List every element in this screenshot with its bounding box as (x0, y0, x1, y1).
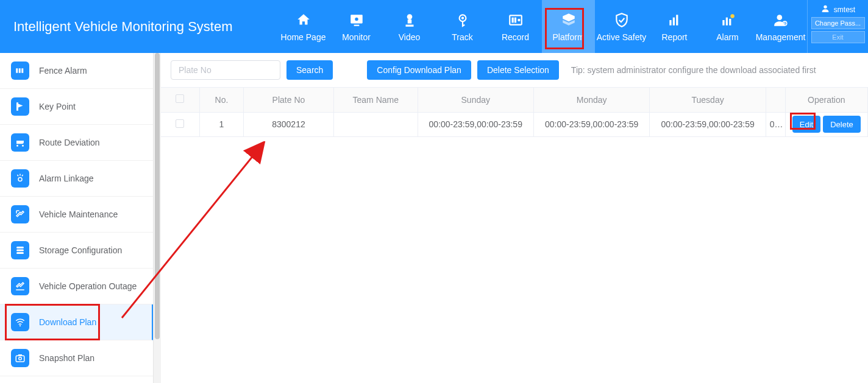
svg-rect-22 (16, 250, 24, 251)
user-icon (820, 4, 830, 15)
nav-label: Record (502, 32, 529, 42)
nav-icon (295, 12, 312, 29)
sidebar-icon (11, 277, 29, 295)
header-more (766, 88, 785, 112)
sidebar-item-fence-alarm[interactable]: Fence Alarm (0, 53, 154, 89)
table-row: 1830021200:00-23:59,00:00-23:5900:00-23:… (161, 112, 868, 136)
table-header-row: No. Plate No Team Name Sunday Monday Tue… (161, 88, 868, 112)
nav-icon (613, 12, 630, 29)
cell-plate: 8300212 (243, 112, 333, 136)
table-wrap: No. Plate No Team Name Sunday Monday Tue… (161, 87, 868, 137)
nav-label: Report (661, 32, 687, 42)
plate-no-input[interactable] (171, 60, 280, 80)
svg-point-3 (407, 14, 412, 19)
svg-rect-10 (669, 20, 671, 26)
nav-icon (454, 12, 471, 29)
header-tuesday: Tuesday (650, 88, 766, 112)
sidebar-item-storage-configuration[interactable]: Storage Configuration (0, 233, 154, 269)
nav-report[interactable]: Report (648, 0, 701, 53)
sidebar-scrollbar-track[interactable] (154, 53, 161, 383)
app-title: Intelligent Vehicle Monitoring System (0, 0, 277, 53)
change-password-button[interactable]: Change Pass... (811, 17, 865, 29)
sidebar-item-label: Alarm Linkage (39, 174, 94, 183)
sidebar-icon (11, 169, 29, 188)
svg-rect-25 (16, 356, 24, 362)
config-download-plan-button[interactable]: Config Download Plan (367, 60, 471, 80)
sidebar-item-label: Download Plan (39, 317, 96, 327)
table-body: 1830021200:00-23:59,00:00-23:5900:00-23:… (161, 112, 868, 136)
nav-monitor[interactable]: Monitor (330, 0, 383, 53)
sidebar-item-snapshot-plan[interactable]: Snapshot Plan (0, 340, 154, 376)
sidebar-item-alarm-linkage[interactable]: Alarm Linkage (0, 161, 154, 197)
nav-track[interactable]: Track (436, 0, 489, 53)
header-sunday: Sunday (418, 88, 533, 112)
nav-active-safety[interactable]: Active Safety (595, 0, 648, 53)
svg-point-19 (824, 5, 827, 9)
sidebar-scrollbar-thumb[interactable] (155, 53, 160, 339)
nav-label: Active Safety (597, 32, 647, 42)
nav-label: Platform (552, 32, 584, 42)
user-panel: smtest Change Pass... Exit (807, 0, 868, 53)
svg-rect-15 (729, 18, 731, 25)
nav-label: Management (756, 32, 806, 42)
nav-management[interactable]: Management (754, 0, 807, 53)
svg-point-24 (20, 325, 21, 326)
cell-monday: 00:00-23:59,00:00-23:59 (533, 112, 649, 136)
svg-rect-2 (354, 24, 359, 26)
nav-icon (401, 12, 418, 29)
sidebar-item-vehicle-operation-outage[interactable]: Vehicle Operation Outage (0, 269, 154, 304)
edit-button[interactable]: Edit (792, 116, 820, 133)
nav-alarm[interactable]: Alarm (701, 0, 754, 53)
svg-rect-11 (672, 17, 674, 25)
header-checkbox-cell (161, 88, 199, 112)
sidebar: Fence AlarmKey PointRoute DeviationAlarm… (0, 53, 154, 383)
sidebar-item-label: Vehicle Operation Outage (39, 281, 137, 291)
svg-point-20 (18, 178, 22, 181)
sidebar-item-label: Snapshot Plan (39, 353, 94, 363)
svg-point-17 (777, 15, 782, 20)
nav-icon (507, 12, 524, 29)
sidebar-item-download-plan[interactable]: Download Plan (0, 304, 154, 340)
sidebar-item-vehicle-maintenance[interactable]: Vehicle Maintenance (0, 197, 154, 233)
delete-selection-button[interactable]: Delete Selection (477, 60, 559, 80)
nav-icon (560, 12, 577, 29)
header-no: No. (199, 88, 243, 112)
svg-rect-14 (725, 17, 727, 25)
nav-icon (666, 12, 683, 29)
svg-rect-12 (676, 15, 678, 25)
delete-button[interactable]: Delete (823, 116, 861, 133)
header-monday: Monday (533, 88, 649, 112)
cell-team (334, 112, 418, 136)
svg-point-1 (355, 17, 358, 20)
svg-point-16 (730, 14, 735, 18)
sidebar-icon (11, 205, 29, 223)
tip-text: Tip: system administrator configure the … (571, 65, 816, 75)
sidebar-item-key-point[interactable]: Key Point (0, 89, 154, 125)
select-all-checkbox[interactable] (176, 94, 184, 103)
sidebar-item-route-deviation[interactable]: Route Deviation (0, 125, 154, 161)
sidebar-icon (11, 97, 29, 116)
toolbar: Search Config Download Plan Delete Selec… (161, 53, 868, 87)
header-operation: Operation (785, 88, 867, 112)
svg-rect-27 (18, 354, 22, 356)
svg-point-26 (19, 357, 22, 360)
svg-point-5 (461, 16, 463, 19)
sidebar-item-label: Vehicle Maintenance (39, 209, 118, 219)
search-button[interactable]: Search (286, 60, 333, 80)
header-plate: Plate No (243, 88, 333, 112)
nav-home-page[interactable]: Home Page (277, 0, 330, 53)
cell-sunday: 00:00-23:59,00:00-23:59 (418, 112, 533, 136)
nav-label: Video (399, 32, 421, 42)
nav-platform[interactable]: Platform (542, 0, 595, 53)
sidebar-item-label: Fence Alarm (39, 66, 87, 76)
sidebar-icon (11, 133, 29, 152)
cell-more: 00: (766, 112, 785, 136)
svg-rect-23 (16, 252, 24, 254)
nav-video[interactable]: Video (383, 0, 436, 53)
row-checkbox[interactable] (176, 119, 184, 128)
exit-button[interactable]: Exit (811, 31, 865, 43)
sidebar-item-label: Route Deviation (39, 138, 100, 147)
top-nav: Intelligent Vehicle Monitoring System Ho… (0, 0, 868, 53)
nav-record[interactable]: Record (489, 0, 542, 53)
nav-items: Home PageMonitorVideoTrackRecordPlatform… (277, 0, 807, 53)
